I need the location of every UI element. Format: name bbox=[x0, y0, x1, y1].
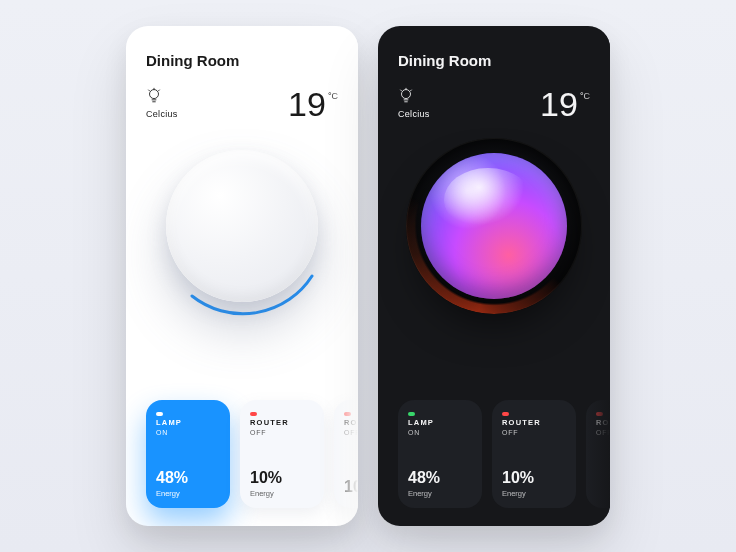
temp-unit: °C bbox=[328, 91, 338, 101]
card-state: OFF bbox=[502, 429, 566, 436]
card-state: ON bbox=[408, 429, 472, 436]
status-dot bbox=[596, 412, 603, 416]
status-dot bbox=[156, 412, 163, 416]
card-name: ROUTER bbox=[250, 418, 314, 427]
phone-dark: Dining Room Celcius 19 °C LAMP ON bbox=[378, 26, 610, 526]
unit-label: Celcius bbox=[146, 109, 178, 119]
card-sublabel: Energy bbox=[502, 489, 566, 498]
dial-knob[interactable] bbox=[166, 150, 318, 302]
room-title: Dining Room bbox=[146, 52, 338, 69]
card-percent: 10% bbox=[502, 469, 566, 487]
temp-value: 19 bbox=[288, 87, 326, 121]
card-name: RO bbox=[344, 418, 358, 427]
card-percent: 10% bbox=[250, 469, 314, 487]
card-name: ROUTER bbox=[502, 418, 566, 427]
thermostat-dial[interactable] bbox=[146, 121, 338, 331]
device-card-partial[interactable]: RO OFF bbox=[586, 400, 610, 508]
card-percent: 48% bbox=[156, 469, 220, 487]
card-state: ON bbox=[156, 429, 220, 436]
card-name: LAMP bbox=[156, 418, 220, 427]
status-dot bbox=[344, 412, 351, 416]
svg-point-1 bbox=[402, 90, 411, 99]
card-sublabel: Energy bbox=[250, 489, 314, 498]
status-dot bbox=[250, 412, 257, 416]
device-cards-row[interactable]: LAMP ON 48% Energy ROUTER OFF 10% Energy… bbox=[146, 400, 358, 508]
device-card-partial[interactable]: RO OFF 10% bbox=[334, 400, 358, 508]
thermostat-dial[interactable] bbox=[398, 121, 590, 331]
card-state: OFF bbox=[250, 429, 314, 436]
phone-light: Dining Room Celcius 19 °C LAMP ON bbox=[126, 26, 358, 526]
temperature-readout: 19 °C bbox=[288, 87, 338, 121]
card-sublabel: Energy bbox=[156, 489, 220, 498]
temperature-readout: 19 °C bbox=[540, 87, 590, 121]
unit-selector[interactable]: Celcius bbox=[398, 87, 430, 119]
device-card-router[interactable]: ROUTER OFF 10% Energy bbox=[492, 400, 576, 508]
unit-label: Celcius bbox=[398, 109, 430, 119]
device-card-lamp[interactable]: LAMP ON 48% Energy bbox=[146, 400, 230, 508]
device-card-router[interactable]: ROUTER OFF 10% Energy bbox=[240, 400, 324, 508]
header-row: Celcius 19 °C bbox=[398, 87, 590, 121]
card-percent: 48% bbox=[408, 469, 472, 487]
card-percent: 10% bbox=[344, 478, 358, 496]
header-row: Celcius 19 °C bbox=[146, 87, 338, 121]
card-state: OFF bbox=[344, 429, 358, 436]
temp-unit: °C bbox=[580, 91, 590, 101]
temp-value: 19 bbox=[540, 87, 578, 121]
card-name: RO bbox=[596, 418, 610, 427]
bulb-icon bbox=[146, 87, 162, 105]
room-title: Dining Room bbox=[398, 52, 590, 69]
card-name: LAMP bbox=[408, 418, 472, 427]
dial-knob[interactable] bbox=[421, 153, 567, 299]
card-state: OFF bbox=[596, 429, 610, 436]
unit-selector[interactable]: Celcius bbox=[146, 87, 178, 119]
status-dot bbox=[408, 412, 415, 416]
svg-point-0 bbox=[150, 90, 159, 99]
device-cards-row[interactable]: LAMP ON 48% Energy ROUTER OFF 10% Energy… bbox=[398, 400, 610, 508]
device-card-lamp[interactable]: LAMP ON 48% Energy bbox=[398, 400, 482, 508]
card-sublabel: Energy bbox=[408, 489, 472, 498]
status-dot bbox=[502, 412, 509, 416]
bulb-icon bbox=[398, 87, 414, 105]
